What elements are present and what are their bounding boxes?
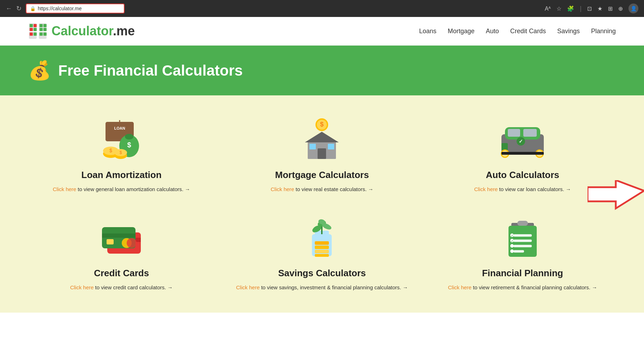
svg-rect-33 xyxy=(318,148,326,159)
auto-icon: ✓ xyxy=(498,118,547,161)
svg-rect-61 xyxy=(315,250,329,253)
calc-card-planning[interactable]: ✓ ✓ Financial Planning Click here to vie… xyxy=(429,215,616,292)
star-icon[interactable]: ☆ xyxy=(556,5,561,12)
svg-rect-40 xyxy=(501,143,508,150)
svg-point-20 xyxy=(125,134,133,140)
svg-text:$: $ xyxy=(127,141,131,149)
logo-text: Calculator.me xyxy=(52,24,135,39)
svg-rect-12 xyxy=(30,32,33,36)
svg-rect-14 xyxy=(40,32,43,36)
lock-icon: 🔒 xyxy=(30,6,36,11)
svg-text:✓: ✓ xyxy=(511,234,513,237)
svg-marker-50 xyxy=(588,180,644,208)
browser-actions: Aᴬ ☆ 🧩 | ⊡ ★ ⊞ ⊕ 👤 xyxy=(545,4,638,13)
svg-rect-39 xyxy=(523,129,537,137)
logo-icon xyxy=(28,23,48,40)
nav-loans[interactable]: Loans xyxy=(419,28,437,35)
svg-rect-62 xyxy=(315,254,329,257)
reader-icon[interactable]: Aᴬ xyxy=(545,5,551,12)
logo-me: .me xyxy=(113,24,135,38)
savings-desc: Click here to view savings, investment &… xyxy=(236,284,408,292)
reload-button[interactable]: ↻ xyxy=(16,5,22,12)
savings-title: Savings Calculators xyxy=(278,268,366,279)
red-arrow-icon xyxy=(588,180,644,212)
svg-rect-49 xyxy=(501,152,544,155)
profile-avatar[interactable]: 👤 xyxy=(628,4,638,13)
svg-rect-4 xyxy=(30,24,33,27)
auto-link[interactable]: Click here xyxy=(474,186,498,192)
svg-rect-5 xyxy=(34,24,37,27)
calc-card-credit[interactable]: Credit Cards Click here to view credit c… xyxy=(28,215,215,292)
svg-text:$: $ xyxy=(109,148,112,153)
browser-chrome: ← ↻ 🔒 https://calculator.me Aᴬ ☆ 🧩 | ⊡ ★… xyxy=(0,0,644,17)
auto-desc: Click here to view car loan calculators.… xyxy=(474,185,571,194)
mortgage-icon: $ xyxy=(297,118,347,161)
calc-card-auto[interactable]: ✓ Auto Calculators Click here to view ca… xyxy=(429,117,616,194)
loan-icon-area: LOAN $ $ $ xyxy=(93,117,150,162)
svg-marker-32 xyxy=(305,132,339,142)
credit-link[interactable]: Click here xyxy=(70,284,94,290)
svg-rect-34 xyxy=(309,144,316,149)
svg-rect-35 xyxy=(328,144,334,149)
auto-icon-area: ✓ xyxy=(494,117,551,162)
separator-1: | xyxy=(580,5,582,12)
svg-text:LOAN: LOAN xyxy=(114,126,125,130)
svg-text:✓: ✓ xyxy=(519,138,523,144)
calc-card-mortgage[interactable]: $ Mortgage Calculators Click here to vie… xyxy=(229,117,415,194)
hero-banner: 💰 Free Financial Calculators xyxy=(0,46,644,95)
hero-title: Free Financial Calculators xyxy=(58,62,243,79)
auto-title: Auto Calculators xyxy=(486,170,559,181)
arrow-annotation xyxy=(588,180,644,213)
svg-text:✓: ✓ xyxy=(511,239,513,243)
extensions-icon[interactable]: 🧩 xyxy=(567,5,574,12)
svg-rect-72 xyxy=(513,234,532,237)
split-view-icon[interactable]: ⊡ xyxy=(587,5,592,12)
nav-auto[interactable]: Auto xyxy=(486,28,499,35)
mortgage-desc: Click here to view real estate calculato… xyxy=(271,185,373,194)
svg-rect-13 xyxy=(34,32,37,36)
credit-desc: Click here to view credit card calculato… xyxy=(70,284,173,292)
planning-desc: Click here to view retirement & financia… xyxy=(448,284,597,292)
logo-area[interactable]: Calculator.me xyxy=(28,23,135,40)
svg-rect-7 xyxy=(34,28,37,31)
svg-rect-54 xyxy=(102,233,136,238)
planning-title: Financial Planning xyxy=(482,268,563,279)
svg-rect-55 xyxy=(107,239,114,244)
loan-link[interactable]: Click here xyxy=(53,186,76,192)
savings-link[interactable]: Click here xyxy=(236,284,260,290)
mortgage-title: Mortgage Calculators xyxy=(275,170,369,181)
mortgage-icon-area: $ xyxy=(294,117,350,162)
back-button[interactable]: ← xyxy=(6,5,12,12)
savings-icon xyxy=(297,217,347,259)
nav-credit-cards[interactable]: Credit Cards xyxy=(510,28,546,35)
svg-rect-8 xyxy=(40,24,43,27)
svg-rect-38 xyxy=(508,129,520,137)
nav-planning[interactable]: Planning xyxy=(591,28,616,35)
svg-text:$: $ xyxy=(320,121,324,128)
svg-rect-74 xyxy=(513,245,532,247)
calc-card-loan[interactable]: LOAN $ $ $ Loan Amortization Click xyxy=(28,117,215,194)
mortgage-link[interactable]: Click here xyxy=(271,186,294,192)
svg-rect-10 xyxy=(40,28,43,31)
svg-rect-15 xyxy=(43,32,47,36)
planning-icon-area: ✓ ✓ xyxy=(494,215,551,261)
hero-icon: 💰 xyxy=(28,60,51,81)
site-nav: Loans Mortgage Auto Credit Cards Savings… xyxy=(419,28,616,35)
svg-rect-60 xyxy=(315,246,329,249)
planning-link[interactable]: Click here xyxy=(448,284,471,290)
credit-icon xyxy=(97,217,146,259)
calc-card-savings[interactable]: Savings Calculators Click here to view s… xyxy=(229,215,415,292)
svg-rect-11 xyxy=(43,28,47,31)
savings-icon-area xyxy=(294,215,350,261)
nav-savings[interactable]: Savings xyxy=(557,28,580,35)
svg-rect-73 xyxy=(513,239,532,242)
url-text: https://calculator.me xyxy=(38,6,82,11)
svg-rect-63 xyxy=(315,241,329,245)
favorites-icon[interactable]: ★ xyxy=(597,5,602,12)
nav-mortgage[interactable]: Mortgage xyxy=(448,28,475,35)
collections-icon[interactable]: ⊞ xyxy=(608,5,613,12)
site-header: Calculator.me Loans Mortgage Auto Credit… xyxy=(0,17,644,46)
more-tools-icon[interactable]: ⊕ xyxy=(618,5,623,12)
address-bar[interactable]: 🔒 https://calculator.me xyxy=(26,4,125,13)
svg-rect-6 xyxy=(30,28,33,31)
